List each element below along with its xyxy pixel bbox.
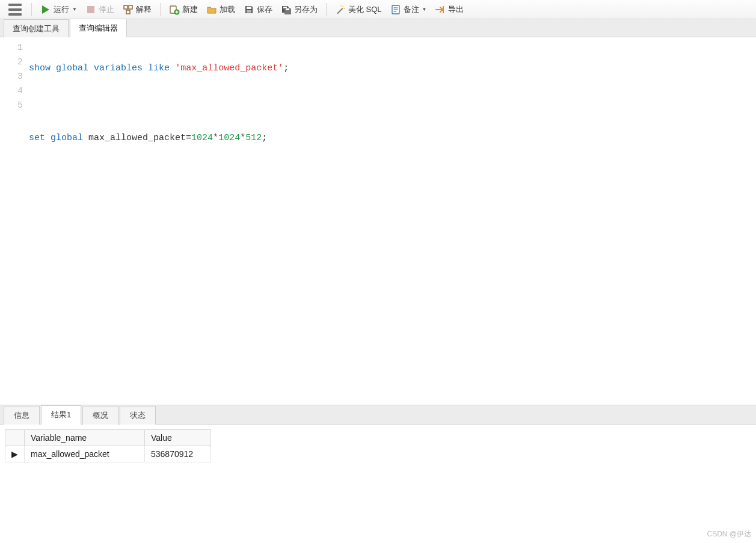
new-icon <box>169 4 180 15</box>
save-label: 保存 <box>257 4 272 15</box>
sql-editor[interactable]: 12345 show global variables like 'max_al… <box>0 37 756 405</box>
svg-rect-2 <box>124 5 128 9</box>
export-icon <box>435 4 446 15</box>
tab-query-builder[interactable]: 查询创建工具 <box>4 19 69 37</box>
explain-label: 解释 <box>136 4 152 15</box>
line-number-gutter: 12345 <box>0 37 29 405</box>
tab-info[interactable]: 信息 <box>4 406 40 425</box>
saveas-label: 另存为 <box>294 4 318 15</box>
main-toolbar: 运行 ▼ 停止 解释 新建 加载 保存 另存为 <box>0 0 756 19</box>
code-line: show global variables like 'max_allowed_… <box>29 61 756 76</box>
dropdown-icon: ▼ <box>422 7 427 12</box>
svg-rect-4 <box>126 10 130 14</box>
svg-rect-8 <box>247 10 251 13</box>
result-tabs: 信息 结果1 概况 状态 <box>0 405 756 425</box>
stop-button[interactable]: 停止 <box>82 2 118 17</box>
code-line <box>29 201 756 215</box>
toolbar-separator <box>160 3 161 16</box>
notes-label: 备注 <box>404 4 419 15</box>
svg-point-11 <box>342 6 343 7</box>
column-header-value[interactable]: Value <box>145 430 211 446</box>
folder-open-icon <box>206 4 217 15</box>
magic-wand-icon <box>335 4 346 15</box>
table-row[interactable]: ▶ max_allowed_packet 536870912 <box>5 446 211 462</box>
svg-rect-1 <box>87 6 94 13</box>
run-button[interactable]: 运行 ▼ <box>37 2 81 17</box>
code-line <box>29 166 756 180</box>
code-line: set global max_allowed_packet=1024*1024*… <box>29 131 756 146</box>
svg-rect-7 <box>247 7 251 9</box>
load-button[interactable]: 加载 <box>203 2 239 17</box>
stop-icon <box>85 4 96 15</box>
notes-button[interactable]: 备注 ▼ <box>387 2 431 17</box>
svg-rect-3 <box>129 5 132 9</box>
export-label: 导出 <box>448 4 464 15</box>
play-icon <box>40 4 51 15</box>
result-panel: Variable_name Value ▶ max_allowed_packet… <box>0 425 756 543</box>
svg-point-13 <box>340 5 342 6</box>
menu-icon[interactable] <box>4 1 26 18</box>
result-grid[interactable]: Variable_name Value ▶ max_allowed_packet… <box>5 429 211 462</box>
svg-rect-10 <box>286 8 289 10</box>
svg-point-12 <box>343 8 345 9</box>
export-button[interactable]: 导出 <box>431 2 467 17</box>
load-label: 加载 <box>220 4 235 15</box>
tab-status[interactable]: 状态 <box>120 406 156 425</box>
tab-profile[interactable]: 概况 <box>82 406 118 425</box>
explain-button[interactable]: 解释 <box>119 2 155 17</box>
row-marker-header <box>5 430 25 446</box>
code-area[interactable]: show global variables like 'max_allowed_… <box>29 37 756 405</box>
beautify-label: 美化 SQL <box>348 4 382 15</box>
tab-query-editor[interactable]: 查询编辑器 <box>70 19 127 37</box>
save-icon <box>244 4 254 15</box>
code-line <box>29 96 756 111</box>
cell-variable-name[interactable]: max_allowed_packet <box>25 446 145 462</box>
explain-icon <box>123 4 134 15</box>
svg-marker-0 <box>42 5 49 14</box>
beautify-button[interactable]: 美化 SQL <box>331 2 386 17</box>
svg-rect-18 <box>443 6 444 13</box>
column-header-variable-name[interactable]: Variable_name <box>25 430 145 446</box>
new-button[interactable]: 新建 <box>165 2 201 17</box>
saveas-button[interactable]: 另存为 <box>277 2 321 17</box>
run-label: 运行 <box>54 4 69 15</box>
cell-value[interactable]: 536870912 <box>145 446 211 462</box>
notes-icon <box>390 4 401 15</box>
tab-result1[interactable]: 结果1 <box>41 405 81 425</box>
stop-label: 停止 <box>99 4 114 15</box>
current-row-marker-icon: ▶ <box>5 446 25 462</box>
toolbar-separator <box>31 3 32 16</box>
toolbar-separator <box>326 3 327 16</box>
new-label: 新建 <box>182 4 198 15</box>
saveas-icon <box>281 4 292 15</box>
save-button[interactable]: 保存 <box>240 2 276 17</box>
dropdown-icon: ▼ <box>72 7 77 12</box>
query-tabs: 查询创建工具 查询编辑器 <box>0 19 756 37</box>
